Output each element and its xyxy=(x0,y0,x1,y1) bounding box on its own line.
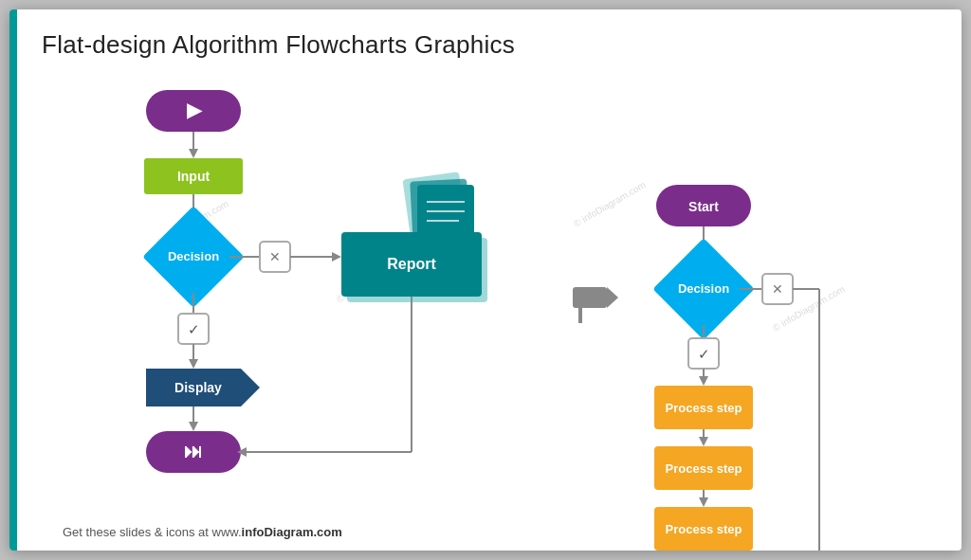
svg-text:▶: ▶ xyxy=(187,99,203,120)
svg-marker-55 xyxy=(699,437,708,446)
svg-text:Report: Report xyxy=(387,256,436,272)
svg-text:Display: Display xyxy=(174,380,222,395)
svg-text:Process step: Process step xyxy=(666,522,742,536)
svg-marker-39 xyxy=(607,287,618,308)
slide: Flat-design Algorithm Flowcharts Graphic… xyxy=(9,9,962,551)
svg-marker-14 xyxy=(189,359,198,369)
svg-marker-3 xyxy=(189,149,198,158)
svg-text:Start: Start xyxy=(688,199,719,214)
svg-text:⏭: ⏭ xyxy=(184,441,203,461)
footer-brand: infoDiagram.com xyxy=(242,525,342,539)
accent-bar xyxy=(9,9,17,551)
svg-rect-38 xyxy=(573,287,607,308)
footer-text: Get these slides & icons at www.infoDiag… xyxy=(63,525,342,539)
slide-title: Flat-design Algorithm Flowcharts Graphic… xyxy=(28,9,962,69)
svg-text:✕: ✕ xyxy=(269,249,281,264)
slide-content: Flat-design Algorithm Flowcharts Graphic… xyxy=(28,9,962,551)
svg-text:✕: ✕ xyxy=(772,281,783,297)
svg-marker-51 xyxy=(699,376,708,386)
svg-text:Decision: Decision xyxy=(168,249,219,263)
flowchart-svg: ▶ Input Decision ✓ Display xyxy=(42,81,962,526)
svg-text:Process step: Process step xyxy=(666,401,742,415)
svg-marker-18 xyxy=(189,422,198,431)
svg-text:Input: Input xyxy=(177,169,211,184)
svg-marker-59 xyxy=(699,497,708,507)
svg-marker-25 xyxy=(332,252,341,262)
svg-text:✓: ✓ xyxy=(698,346,710,362)
svg-rect-40 xyxy=(578,308,582,323)
svg-text:Decision: Decision xyxy=(678,281,729,296)
svg-text:✓: ✓ xyxy=(188,321,200,337)
svg-text:Process step: Process step xyxy=(666,461,742,476)
